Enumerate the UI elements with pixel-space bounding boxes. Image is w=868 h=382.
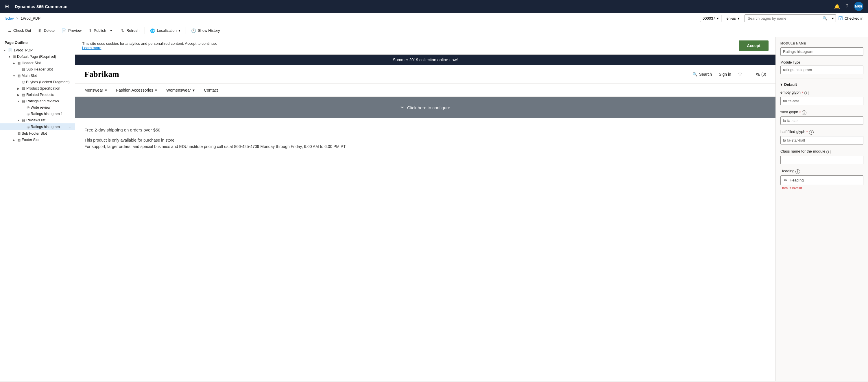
- tree-label: Main Slot: [22, 74, 72, 78]
- publish-dropdown-button[interactable]: ▾: [109, 27, 113, 34]
- refresh-button[interactable]: ↻ Refresh: [118, 27, 143, 35]
- configure-area[interactable]: ✂ Click here to configure: [75, 97, 775, 118]
- filled-glyph-info-icon[interactable]: ℹ: [802, 110, 806, 115]
- empty-glyph-input[interactable]: [780, 97, 863, 105]
- collapse-icon: ▾: [780, 82, 782, 87]
- tree-label: Sub Footer Slot: [22, 131, 72, 135]
- localization-button[interactable]: 🌐 Localization ▾: [147, 27, 183, 35]
- sign-in-link[interactable]: Sign in: [719, 72, 731, 76]
- tree-item[interactable]: ◎ Write review: [0, 104, 75, 111]
- heading-info-icon[interactable]: ℹ: [796, 169, 800, 174]
- default-section-toggle[interactable]: ▾ Default: [780, 82, 863, 87]
- module-icon: ▦: [17, 131, 21, 135]
- heading-edit-button[interactable]: ✏ Heading: [780, 176, 863, 185]
- module-icon: ◎: [27, 105, 30, 109]
- avatar[interactable]: MRG: [854, 2, 863, 11]
- nav-item-fashion[interactable]: Fashion Accessories ▾: [116, 84, 157, 97]
- preview-icon: 📄: [62, 28, 66, 33]
- product-info-area: Free 2-day shipping on orders over $50 T…: [75, 118, 775, 159]
- learn-more-link[interactable]: Learn more: [82, 46, 101, 50]
- half-filled-glyph-info-icon[interactable]: ℹ: [809, 130, 814, 135]
- show-history-button[interactable]: 🕐 Show History: [188, 27, 223, 35]
- tree-item[interactable]: ▾ ▦ Main Slot: [0, 72, 75, 79]
- heading-label-row: Heading ℹ: [780, 169, 863, 174]
- module-name-input[interactable]: [780, 47, 863, 56]
- wishlist-icon[interactable]: ♡: [738, 72, 742, 76]
- empty-glyph-required: *: [802, 91, 803, 95]
- tree-item[interactable]: ▾ 📄 1Prod_PDP: [0, 47, 75, 54]
- filled-glyph-required: *: [799, 111, 801, 115]
- tree-item[interactable]: ▾ ▦ Reviews list: [0, 117, 75, 123]
- tree-label: Buybox (Locked Fragment): [26, 80, 72, 84]
- module-name-field: [780, 47, 863, 56]
- module-icon: ▦: [13, 55, 16, 59]
- breadcrumb-link[interactable]: fedev: [5, 16, 14, 21]
- heading-error-text: Data is invalid.: [780, 186, 863, 190]
- tree-toggle: ▶: [11, 138, 16, 141]
- cart-bag-icon: 🛍: [756, 72, 760, 76]
- locale-dropdown[interactable]: en-us ▾: [724, 15, 742, 22]
- accept-button[interactable]: Accept: [739, 40, 769, 51]
- promo-text: Summer 2019 collection online now!: [393, 58, 458, 62]
- checked-in-label: Checked in: [844, 16, 863, 21]
- nav-label-menswear: Menswear: [85, 88, 103, 92]
- module-icon: ▦: [17, 61, 21, 65]
- help-icon[interactable]: ?: [846, 4, 848, 9]
- tree-item[interactable]: ◎ Buybox (Locked Fragment): [0, 79, 75, 85]
- grid-icon[interactable]: ⊞: [5, 3, 9, 9]
- nav-chevron-fashion: ▾: [155, 88, 157, 92]
- promo-bar: Summer 2019 collection online now!: [75, 55, 775, 65]
- nav-icons: 🔔 ? MRG: [834, 2, 863, 11]
- tree-item[interactable]: ◎ Ratings histogram 1: [0, 111, 75, 117]
- localization-label: Localization: [157, 28, 177, 33]
- preview-button[interactable]: 📄 Preview: [59, 27, 85, 35]
- tree-item[interactable]: ◎ Ratings histogram ···: [0, 123, 75, 130]
- module-type-input[interactable]: [780, 66, 863, 74]
- nav-item-menswear[interactable]: Menswear ▾: [85, 84, 107, 97]
- site-logo[interactable]: Fabrikam: [85, 70, 119, 79]
- publish-label: Publish: [94, 28, 106, 33]
- bell-icon[interactable]: 🔔: [834, 4, 840, 9]
- tree-more-menu[interactable]: ···: [69, 125, 72, 129]
- checkout-button[interactable]: ☁ Check Out: [5, 27, 34, 35]
- tree-item[interactable]: ▾ ▦ Ratings and reviews: [0, 98, 75, 104]
- toolbar-divider-2: [145, 27, 145, 34]
- half-filled-glyph-field: half filled glyph * ℹ: [780, 129, 863, 145]
- tree-item[interactable]: ▶ ▦ Footer Slot: [0, 137, 75, 143]
- cart-icon-group[interactable]: 🛍 (0): [756, 72, 766, 76]
- configure-icon: ✂: [400, 105, 404, 110]
- class-name-label-row: Class name for the module ℹ: [780, 149, 863, 155]
- publish-icon: ⬆: [89, 28, 92, 33]
- class-name-input[interactable]: [780, 156, 863, 164]
- search-pages-dropdown-button[interactable]: ▾: [830, 15, 836, 22]
- nav-item-womenswear[interactable]: Womenswear ▾: [166, 84, 194, 97]
- publish-button[interactable]: ⬆ Publish: [86, 27, 109, 35]
- search-pages-input[interactable]: [745, 15, 820, 22]
- filled-glyph-input[interactable]: [780, 117, 863, 125]
- tree-item[interactable]: ▶ ▦ Product Specification: [0, 85, 75, 92]
- default-section-label: Default: [784, 82, 797, 87]
- module-icon: ▦: [22, 86, 25, 90]
- tree-item[interactable]: ▶ ▦ Related Products: [0, 92, 75, 98]
- store-id-dropdown[interactable]: 000037 ▾: [700, 15, 721, 22]
- app-title: Dynamics 365 Commerce: [15, 4, 831, 9]
- search-pages-button[interactable]: 🔍: [820, 15, 830, 22]
- site-search-link[interactable]: 🔍 Search: [692, 72, 712, 76]
- nav-chevron-menswear: ▾: [105, 88, 107, 92]
- cookie-text: This site uses cookies for analytics and…: [82, 41, 217, 50]
- class-name-info-icon[interactable]: ℹ: [826, 150, 831, 154]
- product-desc: This product is only available for purch…: [85, 137, 766, 150]
- tree-item[interactable]: ▦ Sub Header Slot: [0, 66, 75, 72]
- delete-button[interactable]: 🗑 Delete: [35, 27, 58, 35]
- module-icon: ◎: [27, 125, 30, 129]
- empty-glyph-info-icon[interactable]: ℹ: [804, 91, 809, 95]
- half-filled-glyph-input[interactable]: [780, 136, 863, 145]
- tree-item[interactable]: ▾ ▦ Default Page (Required): [0, 54, 75, 60]
- nav-item-contact[interactable]: Contact: [204, 84, 218, 97]
- site-header: Fabrikam 🔍 Search Sign in ♡ 🛍 (0): [75, 65, 775, 84]
- search-label: Search: [699, 72, 712, 76]
- tree-item[interactable]: ▶ ▦ Header Slot: [0, 60, 75, 66]
- right-panel: MODULE NAME Module Type ▾ Default empty …: [775, 37, 868, 381]
- module-icon: ▦: [22, 118, 25, 122]
- tree-item[interactable]: ▦ Sub Footer Slot: [0, 130, 75, 137]
